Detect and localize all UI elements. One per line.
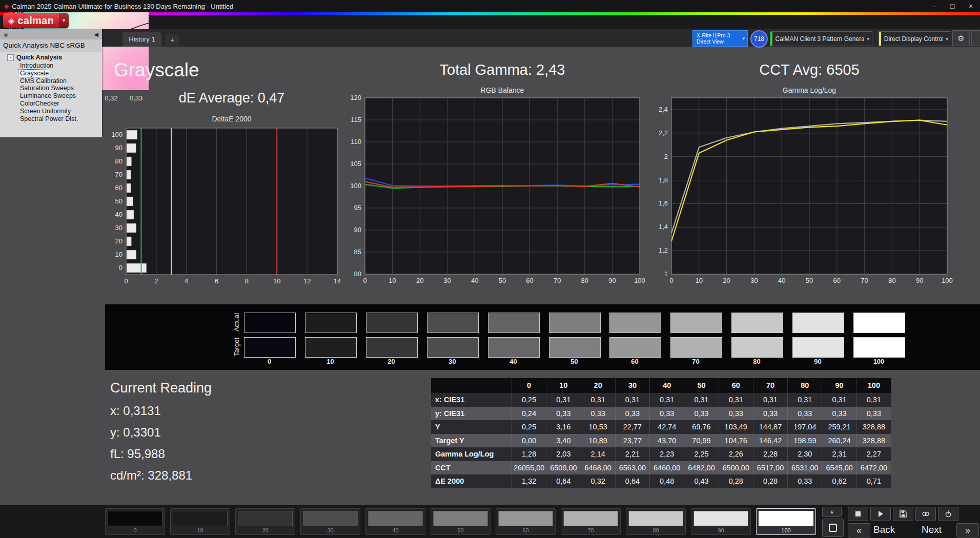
svg-text:0: 0 [124, 277, 128, 285]
pattern-patch [238, 511, 293, 526]
sidebar-item-screen-uniformity[interactable]: Screen Uniformity [0, 108, 102, 115]
target-swatch-60 [609, 337, 661, 358]
meter-select-button[interactable]: X-Rite i1Pro 3 Direct View ▾ [692, 30, 748, 47]
svg-text:4: 4 [185, 277, 188, 285]
swatch-level-label: 80 [731, 358, 782, 365]
play-button[interactable] [870, 507, 891, 521]
back-button[interactable]: « [848, 523, 870, 537]
target-swatch-20 [366, 337, 418, 358]
maximize-button[interactable]: □ [943, 0, 962, 12]
table-column-header: 70 [753, 378, 788, 393]
table-row-label: CCT [431, 461, 512, 475]
sidebar-item-colorchecker[interactable]: ColorChecker [0, 100, 102, 108]
svg-text:20: 20 [723, 277, 730, 284]
stop-button[interactable] [848, 507, 868, 521]
add-tab-button[interactable]: + [166, 34, 179, 46]
chevron-down-icon: ▾ [740, 36, 747, 41]
calman-menu-button[interactable]: ◈ calman ▾ [3, 13, 69, 28]
panel-edge-button[interactable] [971, 30, 980, 46]
sidebar-item-grayscale[interactable]: Grayscale [0, 70, 102, 77]
table-cell: 0,31 [822, 393, 856, 407]
table-cell: 103,49 [719, 420, 753, 434]
table-cell: 2,25 [684, 447, 719, 461]
table-cell: 3,40 [546, 434, 581, 448]
meter-count-badge[interactable]: 718 [750, 30, 768, 48]
sidebar-item-introduction[interactable]: Introduction [0, 62, 102, 70]
sidebar-item-label: Saturation Sweeps [19, 85, 75, 92]
back-button-label[interactable]: Back [873, 523, 895, 536]
expand-panel-button[interactable]: ▲ [822, 507, 842, 517]
pattern-tile-100[interactable]: 100 [756, 508, 816, 535]
logo-dropdown-arrow-icon: ▾ [59, 13, 69, 28]
link-button[interactable] [915, 507, 936, 521]
table-row-e-2000: ΔE 20001,320,640,320,640,480,430,280,280… [431, 474, 891, 488]
next-button-label[interactable]: Next [922, 523, 942, 536]
rgb-balance-chart-title: RGB Balance [365, 86, 640, 94]
target-swatch-100 [853, 337, 905, 358]
current-reading-title: Current Reading [110, 380, 212, 396]
svg-text:50: 50 [806, 277, 813, 284]
next-button[interactable]: » [956, 523, 979, 537]
target-row-label: Target [232, 332, 240, 362]
pattern-window-button[interactable] [822, 519, 844, 537]
sidebar-item-spectral-power-dist[interactable]: Spectral Power Dist. [0, 115, 102, 123]
tab-history-1[interactable]: History 1 [122, 32, 161, 47]
svg-text:110: 110 [351, 138, 361, 146]
table-cell: 0,00 [512, 434, 546, 448]
svg-text:30: 30 [115, 224, 122, 232]
svg-text:20: 20 [416, 277, 423, 284]
sidebar-item-cms-calibration[interactable]: CMS Calibration [0, 77, 102, 85]
pattern-tile-10[interactable]: 10 [170, 508, 230, 535]
close-button[interactable]: × [962, 0, 980, 12]
pattern-tile-20[interactable]: 20 [235, 508, 295, 535]
pattern-patch [693, 511, 748, 526]
actual-swatch-100 [853, 313, 905, 333]
svg-text:40: 40 [778, 277, 785, 284]
pattern-tile-80[interactable]: 80 [626, 508, 686, 535]
sidebar-item-luminance-sweeps[interactable]: Luminance Sweeps [0, 92, 102, 100]
pattern-tile-70[interactable]: 70 [561, 508, 621, 535]
sidebar-item-label: Spectral Power Dist. [19, 115, 79, 122]
table-column-header: 50 [684, 378, 719, 393]
pattern-tile-50[interactable]: 50 [431, 508, 491, 535]
collapse-sidebar-icon[interactable]: ◀ [94, 31, 98, 38]
pattern-tile-0[interactable]: 0 [105, 508, 165, 535]
sidebar-root-quick-analysis[interactable]: - Quick Analysis [0, 53, 102, 62]
actual-swatch-50 [549, 313, 601, 333]
gamma-line-chart: 010203040506070809010011,21,41,61,822,22… [648, 94, 957, 294]
display-control-button[interactable]: Direct Display Control ▾ [879, 31, 951, 46]
window-title: Calman 2025 Calman Ultimate for Business… [12, 3, 233, 10]
sidebar-item-label: Screen Uniformity [19, 108, 72, 115]
target-swatch-0 [244, 337, 296, 358]
sidebar-item-label: CMS Calibration [19, 77, 68, 85]
svg-text:80: 80 [115, 157, 122, 165]
svg-text:2,4: 2,4 [659, 106, 668, 113]
pattern-tile-60[interactable]: 60 [496, 508, 556, 535]
svg-text:60: 60 [115, 184, 122, 192]
actual-swatch-40 [488, 313, 540, 333]
svg-text:100: 100 [942, 277, 953, 284]
swatch-level-label: 20 [366, 358, 417, 365]
svg-text:0: 0 [363, 277, 366, 284]
minimize-button[interactable]: – [925, 0, 943, 12]
settings-gear-button[interactable]: ⚙ [952, 30, 970, 46]
table-cell: 0,32 [581, 474, 616, 488]
pattern-tile-90[interactable]: 90 [691, 508, 751, 535]
actual-swatch-60 [609, 313, 661, 333]
save-button[interactable] [893, 507, 913, 521]
svg-text:60: 60 [833, 277, 841, 284]
pattern-tile-40[interactable]: 40 [365, 508, 425, 535]
power-button[interactable] [938, 507, 958, 521]
table-cell: 1,32 [512, 474, 546, 488]
target-swatch-50 [549, 337, 601, 358]
table-column-header: 20 [581, 378, 616, 393]
table-cell: 146,42 [753, 434, 788, 448]
pattern-tile-30[interactable]: 30 [300, 508, 360, 535]
table-cell: 0,33 [857, 407, 891, 421]
svg-text:120: 120 [350, 94, 361, 101]
square-icon [828, 523, 838, 532]
sidebar-item-saturation-sweeps[interactable]: Saturation Sweeps [0, 85, 102, 92]
chevron-down-icon: ▾ [943, 36, 951, 42]
pattern-source-button[interactable]: CalMAN Client 3 Pattern Generator ▾ [770, 31, 872, 46]
tree-expander-icon[interactable]: - [7, 54, 14, 61]
